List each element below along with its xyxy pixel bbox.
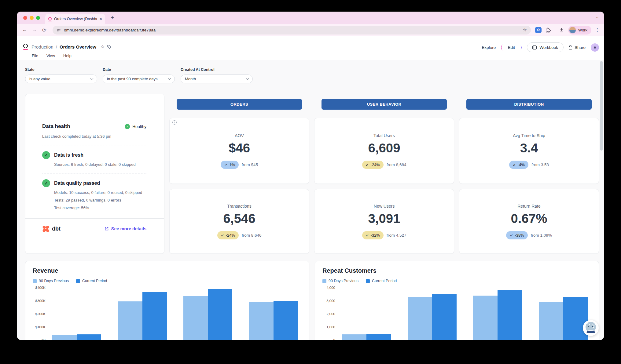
back-button[interactable]: ← <box>21 27 29 33</box>
divider <box>42 145 146 145</box>
y-tick-label: $100K <box>35 325 46 329</box>
header-actions: Explore Edit Workbook Share E <box>482 42 599 52</box>
legend-label: Current Period <box>82 279 107 283</box>
toolbar-divider <box>555 27 555 33</box>
menu-file[interactable]: File <box>32 53 38 58</box>
kpi-change-badge: ↙-24% <box>217 231 239 239</box>
bar-current-period <box>274 301 298 340</box>
divider <box>42 173 146 173</box>
edit-button[interactable]: Edit <box>501 44 522 51</box>
tag-icon[interactable] <box>107 45 112 49</box>
kpi-change-badge: ↙-32% <box>362 231 384 239</box>
menu-view[interactable]: View <box>46 53 55 58</box>
kpi-label: Transactions <box>227 204 252 209</box>
explore-button[interactable]: Explore <box>482 45 496 50</box>
bar-previous-period <box>408 297 432 340</box>
dbt-brand: dbt <box>42 225 61 232</box>
kpi-label: Avg Time to Ship <box>513 133 545 138</box>
share-button[interactable]: Share <box>569 45 586 50</box>
browser-toolbar: ← → ⟳ omni.demo.exploreomni.dev/dashboar… <box>17 24 604 36</box>
check-detail: Models: 10 success, 0 failure, 0 reused,… <box>54 190 146 195</box>
maximize-window-button[interactable] <box>36 16 40 20</box>
chevron-down-icon <box>90 77 94 80</box>
legend-swatch-previous <box>322 279 326 283</box>
chevron-down-icon <box>246 77 249 80</box>
address-bar[interactable]: omni.demo.exploreomni.dev/dashboards/f3f… <box>53 26 531 35</box>
bar-previous-period <box>473 296 498 340</box>
repeat-customers-chart-card: Repeat Customers 90 Days Previous Curren… <box>315 261 599 340</box>
user-avatar[interactable]: E <box>591 43 599 52</box>
kpi-previous-value: from 3.53 <box>531 162 549 167</box>
check-detail: Sources: 6 fresh, 0 delayed, 0 stale, 0 … <box>54 162 146 167</box>
extension-icon[interactable]: ⚙ <box>535 27 542 33</box>
kpi-card-total-users: Total Users6,609↙-24%from 8,684 <box>314 118 454 184</box>
bar-current-period <box>77 334 101 340</box>
legend-label: 90 Days Previous <box>329 279 358 283</box>
see-more-details-link[interactable]: See more details <box>105 226 146 231</box>
legend-swatch-current <box>76 279 80 283</box>
menu-help[interactable]: Help <box>63 53 72 58</box>
y-tick-label: 4,000 <box>326 286 335 289</box>
tab-strip: Orders Overview (Dashboard) × + ⌄ <box>17 12 604 24</box>
tab-search-chevron-icon[interactable]: ⌄ <box>596 15 599 19</box>
kpi-value: 3,091 <box>368 211 400 226</box>
scrollbar-thumb[interactable] <box>600 61 603 151</box>
legend-label: Current Period <box>372 279 397 283</box>
bar-group <box>118 288 167 340</box>
y-tick-label: $0 <box>42 338 46 340</box>
snow-globe-icon <box>586 322 596 332</box>
state-filter-dropdown[interactable]: is any value <box>25 75 97 83</box>
info-icon[interactable]: i <box>172 120 177 125</box>
kpi-value: 6,546 <box>223 211 255 226</box>
bookmark-star-icon[interactable]: ☆ <box>523 27 527 33</box>
bar-previous-period <box>342 334 366 340</box>
created-at-filter-dropdown[interactable]: Month <box>181 75 253 83</box>
kpi-change-badge: ↙-38% <box>506 231 527 239</box>
tab-close-icon[interactable]: × <box>100 16 102 21</box>
bar-group <box>408 288 457 340</box>
date-filter-dropdown[interactable]: in the past 90 complete days <box>103 75 175 83</box>
workbook-button[interactable]: Workbook <box>527 42 564 52</box>
arrow-down-left-icon: ↙ <box>221 233 224 237</box>
url-text: omni.demo.exploreomni.dev/dashboards/f3f… <box>64 28 520 32</box>
tune-icon[interactable] <box>57 28 61 32</box>
arrow-down-left-icon: ↙ <box>366 162 369 167</box>
check-title: Data is fresh <box>54 152 83 158</box>
last-check-text: Last check completed today at 5:36 pm <box>42 134 146 139</box>
bar-current-period <box>366 334 391 340</box>
legend-item: 90 Days Previous <box>33 279 69 283</box>
omni-logo[interactable] <box>23 44 28 48</box>
legend-item: 90 Days Previous <box>322 279 358 283</box>
filter-created-at: Created At Control Month <box>181 67 253 83</box>
legend-item: Current Period <box>76 279 107 283</box>
kpi-change-row: ↙-24%from 8,646 <box>217 231 262 239</box>
kpi-change-row: ↗1%from $45 <box>221 161 258 169</box>
chat-widget-button[interactable] <box>583 320 599 336</box>
kpi-label: New Users <box>374 204 395 209</box>
new-tab-button[interactable]: + <box>111 14 114 21</box>
kpi-value: 6,609 <box>368 141 400 155</box>
kpi-previous-value: from 8,684 <box>387 162 406 167</box>
browser-tab[interactable]: Orders Overview (Dashboard) × <box>45 14 105 24</box>
favorite-star-icon[interactable]: ☆ <box>101 44 105 49</box>
download-icon[interactable] <box>559 27 564 33</box>
breadcrumb-project[interactable]: Production <box>31 44 53 49</box>
browser-window: Orders Overview (Dashboard) × + ⌄ ← → ⟳ … <box>17 12 604 340</box>
minimize-window-button[interactable] <box>30 16 34 20</box>
arrow-down-left-icon: ↙ <box>513 162 516 167</box>
reload-button[interactable]: ⟳ <box>40 27 48 33</box>
chart-title: Repeat Customers <box>322 267 591 274</box>
browser-menu-icon[interactable]: ⋮ <box>595 27 600 33</box>
browser-profile-chip[interactable]: Work <box>568 26 591 35</box>
profile-name: Work <box>578 28 587 32</box>
kpi-card-avg-time-to-ship: Avg Time to Ship3.4↙-4%from 3.53 <box>459 118 599 184</box>
close-window-button[interactable] <box>23 16 27 20</box>
forward-button[interactable]: → <box>31 27 39 33</box>
check-detail: Tests: 29 passed, 0 warnings, 0 errors <box>54 198 146 202</box>
y-tick-label: $200K <box>35 312 46 316</box>
bar-current-period <box>142 292 167 340</box>
bar-group <box>52 288 101 340</box>
extensions-puzzle-icon[interactable] <box>545 27 551 33</box>
divider <box>25 218 164 219</box>
column-orders: ORDERS iAOV$46↗1%from $45Transactions6,5… <box>169 99 309 254</box>
